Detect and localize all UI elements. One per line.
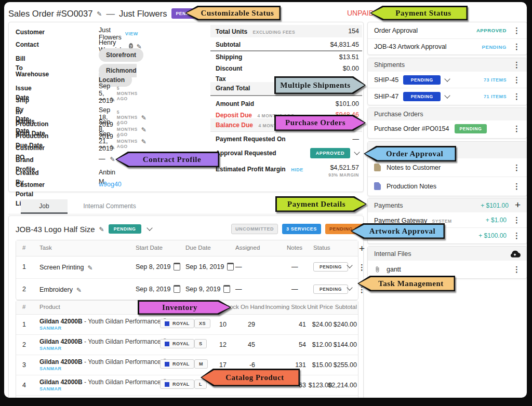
file-name: gantt [387, 266, 401, 273]
shipment-chevron-icon[interactable] [445, 92, 450, 98]
purchase-order-row[interactable]: Purchase Order #PO0154 PENDING [368, 120, 527, 137]
upload-cloud-icon[interactable] [509, 250, 521, 258]
row-menu-icon[interactable] [513, 215, 521, 225]
task-notes: — [291, 263, 298, 270]
vendor-link[interactable]: SANMAR [39, 386, 62, 391]
tab-job[interactable]: Job [21, 199, 68, 212]
field-label: Customer [16, 29, 45, 36]
calendar-icon[interactable] [227, 263, 234, 270]
approval-status-pill[interactable]: APPROVED [310, 148, 350, 158]
job-status-chevron-icon[interactable] [147, 225, 152, 231]
callout-order-approval: Order Approval [364, 146, 456, 161]
approval-row[interactable]: Order Approval APPROVED [368, 22, 527, 39]
task-table: # Task Start Date Due Date Assigned Note… [16, 240, 358, 300]
issue-date-ago: 5 MONTHS AGO [117, 86, 138, 101]
ship-by-date-value: — [99, 96, 105, 103]
edit-customer-po-icon[interactable] [110, 142, 115, 152]
task-notes: — [291, 286, 298, 293]
hide-profit-link[interactable]: HIDE [291, 167, 303, 172]
calendar-icon[interactable] [174, 285, 180, 293]
payment-amount: + $1.00 [486, 216, 507, 224]
add-payment-button[interactable] [515, 201, 521, 210]
row-menu-icon[interactable] [513, 265, 521, 274]
shipment-status-pill[interactable]: PENDING [403, 75, 441, 85]
amount-paid-row: Amount Paid $101.00 [210, 99, 362, 109]
profit-margin-row: Estimated Profit Margin HIDE $4,521.57 9… [210, 164, 362, 180]
vendor-link[interactable]: SANMAR [39, 366, 62, 371]
calendar-icon[interactable] [174, 263, 180, 270]
approval-chevron-icon[interactable] [354, 149, 360, 155]
shipment-chevron-icon[interactable] [445, 76, 450, 82]
row-menu-icon[interactable] [513, 26, 521, 35]
stock-cell: 29 [229, 321, 255, 328]
shipment-row[interactable]: SHIP-45 PENDING 73 ITEMS [368, 72, 527, 88]
services-badge[interactable]: 3 SERVICES [282, 224, 321, 234]
approval-row[interactable]: JOB-43 Artwork Approval PENDING [368, 39, 527, 55]
callout-purchase-orders: Purchase Orders [274, 115, 366, 131]
total-units-row: Total Units EXCLUDING FEES 154 [210, 25, 362, 37]
tab-internal-comments[interactable]: Internal Comments [76, 199, 143, 212]
shipments-menu-icon[interactable] [513, 60, 521, 70]
edit-ship-by-date-icon[interactable] [110, 94, 115, 104]
shipping-row: Shipping $13.51 [210, 52, 362, 62]
approval-requested-row: Approval Requested APPROVED [210, 146, 362, 160]
production-notes-row[interactable]: Production Notes [368, 177, 527, 195]
shipments-header: Shipments [368, 58, 527, 72]
vendor-link[interactable]: SANMAR [39, 346, 62, 351]
add-task-button[interactable] [359, 245, 365, 254]
job-status-pill[interactable]: PENDING [109, 224, 141, 234]
payment-requested-row: Payment Requested On — [210, 134, 362, 144]
edit-brand-profile-icon[interactable] [110, 154, 115, 164]
bill-to-pill[interactable]: Storefront [99, 48, 143, 62]
task-status-pill[interactable]: PENDING [313, 262, 348, 272]
shipment-items-link[interactable]: 71 ITEMS [484, 94, 507, 99]
color-chip: ROYAL [160, 319, 194, 328]
callout-task-management: Task Management [357, 276, 455, 291]
edit-order-title-icon[interactable] [97, 9, 102, 18]
edit-job-title-icon[interactable] [99, 224, 104, 234]
task-menu-icon[interactable] [358, 263, 366, 272]
edit-task-icon[interactable] [87, 263, 92, 272]
stock-cell: 45 [229, 341, 255, 348]
shipment-row[interactable]: SHIP-47 PENDING 71 ITEMS [368, 88, 527, 104]
row-menu-icon[interactable] [513, 92, 521, 101]
internal-files-header: Internal Files [368, 247, 527, 261]
callout-contract-profile: Contract Profile [115, 152, 219, 167]
color-chip: ROYAL [160, 359, 194, 369]
product-row: 5 Gildan 42000B - Youth Gildan Performan… [16, 395, 358, 398]
callout-payment-details: Payment Details [275, 196, 367, 212]
row-menu-icon[interactable] [513, 182, 521, 191]
purchase-orders-header: Purchase Orders [368, 108, 527, 120]
task-status-pill[interactable]: PENDING [313, 285, 348, 294]
row-menu-icon[interactable] [513, 163, 521, 172]
tab-job-underline [21, 212, 68, 214]
calendar-icon[interactable] [223, 285, 230, 293]
row-menu-icon[interactable] [513, 42, 521, 51]
row-menu-icon[interactable] [513, 75, 521, 85]
discount-row: Discount $0.00 [210, 63, 362, 74]
view-customer-link[interactable]: VIEW [125, 31, 138, 36]
customer-po-value: — [99, 143, 105, 151]
app-window: Sales Order #SO0037 — Just Flowers PENDI… [4, 2, 527, 398]
brand-profile-value: — [99, 155, 105, 163]
title-separator: — [106, 9, 115, 19]
row-menu-icon[interactable] [513, 231, 521, 240]
color-swatch [165, 321, 169, 326]
shipment-items-link[interactable]: 73 ITEMS [484, 77, 507, 83]
color-chip: ROYAL [160, 339, 194, 348]
customer-portal-link[interactable]: w9og40 [99, 181, 122, 188]
callout-catalog-product: Catalog Product [201, 369, 300, 386]
purchase-orders-card: Purchase Orders Purchase Order #PO0154 P… [367, 107, 527, 139]
approvals-card: Order Approval APPROVED JOB-43 Artwork A… [367, 22, 527, 55]
edit-production-due-icon[interactable] [141, 137, 147, 146]
subtotal-cell: $2,214.00 [328, 382, 357, 389]
row-menu-icon[interactable] [513, 124, 521, 133]
task-assigned: — [235, 286, 242, 293]
task-due-date: Sep 9, 2019 [185, 286, 220, 293]
vendor-link[interactable]: SANMAR [39, 326, 62, 331]
subtotal-cell: $240.00 [328, 321, 357, 328]
shipment-status-pill[interactable]: PENDING [403, 92, 441, 101]
paperclip-icon [374, 265, 381, 274]
edit-task-icon[interactable] [76, 285, 82, 294]
divider [210, 131, 362, 132]
